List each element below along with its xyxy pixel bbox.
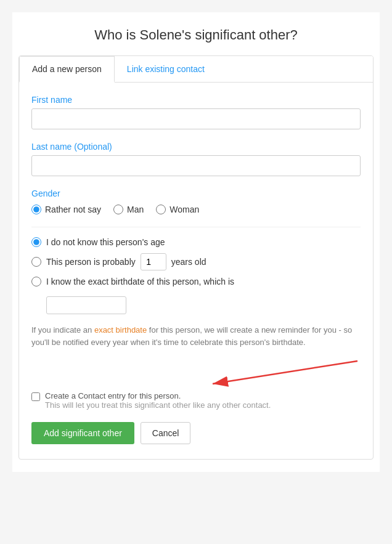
red-arrow-icon bbox=[176, 358, 361, 389]
gender-section: Gender Rather not say Man Woman bbox=[31, 189, 361, 214]
tab-bar: Add a new person Link existing contact bbox=[19, 56, 373, 83]
age-number-input[interactable] bbox=[141, 254, 166, 269]
contact-checkbox-sub: This will let you treat this significant… bbox=[45, 400, 271, 410]
main-card: Add a new person Link existing contact F… bbox=[18, 55, 374, 460]
cancel-button[interactable]: Cancel bbox=[141, 422, 191, 444]
button-row: Add significant other Cancel bbox=[31, 422, 361, 444]
gender-radio-woman[interactable] bbox=[156, 205, 166, 214]
svg-line-1 bbox=[213, 361, 357, 384]
gender-woman-label: Woman bbox=[169, 205, 199, 214]
first-name-label: First name bbox=[31, 95, 361, 105]
highlight-exact: exact birthdate bbox=[94, 325, 147, 335]
age-probably-label: This person is probably bbox=[46, 257, 136, 267]
last-name-group: Last name (Optional) bbox=[31, 142, 361, 176]
age-radio-probably[interactable] bbox=[31, 257, 41, 267]
info-text: If you indicate an exact birthdate for t… bbox=[31, 324, 361, 348]
age-radio-exact[interactable] bbox=[31, 277, 41, 286]
birthdate-input[interactable]: 2017-08-19 bbox=[46, 296, 126, 314]
gender-radio-rather-not-say[interactable] bbox=[31, 205, 41, 214]
age-years-old-label: years old bbox=[171, 257, 206, 267]
tab-add-new[interactable]: Add a new person bbox=[19, 56, 115, 83]
arrow-container bbox=[31, 358, 361, 389]
first-name-group: First name bbox=[31, 95, 361, 129]
last-name-input[interactable] bbox=[31, 155, 361, 176]
age-exact-option: I know the exact birthdate of this perso… bbox=[31, 277, 361, 314]
divider-1 bbox=[31, 227, 361, 227]
page-title: Who is Solene's significant other? bbox=[12, 12, 380, 55]
contact-entry-checkbox[interactable] bbox=[31, 392, 40, 401]
contact-checkbox-label: Create a Contact entry for this person. bbox=[45, 391, 181, 400]
gender-rather-not-say-label: Rather not say bbox=[45, 205, 101, 214]
age-radio-dont-know[interactable] bbox=[31, 237, 41, 247]
contact-checkbox-row: Create a Contact entry for this person. … bbox=[31, 391, 361, 410]
gender-man[interactable]: Man bbox=[113, 205, 144, 214]
age-spinner bbox=[141, 253, 166, 270]
gender-man-label: Man bbox=[127, 205, 144, 214]
age-dont-know-label: I do not know this person's age bbox=[46, 237, 165, 247]
card-body: First name Last name (Optional) Gender R… bbox=[19, 83, 373, 459]
age-probably-option: This person is probably years old bbox=[31, 253, 361, 270]
gender-label: Gender bbox=[31, 189, 361, 198]
gender-radio-group: Rather not say Man Woman bbox=[31, 205, 361, 214]
age-section: I do not know this person's age This per… bbox=[31, 237, 361, 314]
first-name-input[interactable] bbox=[31, 108, 361, 129]
tab-link-existing[interactable]: Link existing contact bbox=[115, 56, 217, 82]
last-name-label: Last name (Optional) bbox=[31, 142, 361, 152]
gender-radio-man[interactable] bbox=[113, 205, 123, 214]
gender-woman[interactable]: Woman bbox=[156, 205, 199, 214]
gender-rather-not-say[interactable]: Rather not say bbox=[31, 205, 101, 214]
add-significant-other-button[interactable]: Add significant other bbox=[31, 422, 134, 444]
age-dont-know-option: I do not know this person's age bbox=[31, 237, 361, 247]
contact-checkbox-text: Create a Contact entry for this person. … bbox=[45, 391, 271, 410]
age-exact-label: I know the exact birthdate of this perso… bbox=[46, 277, 234, 286]
